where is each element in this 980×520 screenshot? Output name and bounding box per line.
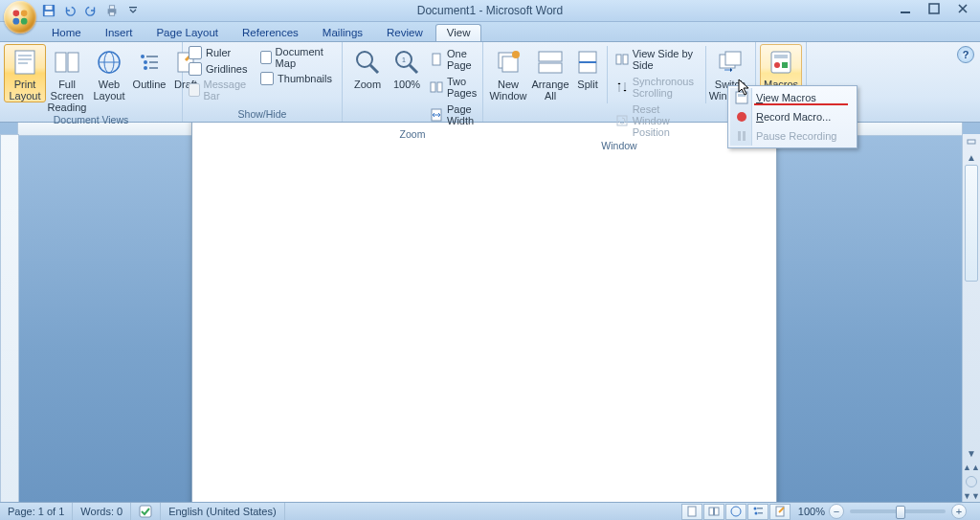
svg-point-67 <box>754 512 757 515</box>
group-zoom: Zoom 1 100% One Page Two Pages <box>343 42 483 122</box>
divider <box>607 46 608 103</box>
status-page[interactable]: Page: 1 of 1 <box>0 503 73 520</box>
print-layout-button[interactable]: Print Layout <box>4 44 46 102</box>
two-pages-button[interactable]: Two Pages <box>425 74 483 101</box>
qat-undo-button[interactable] <box>61 2 78 19</box>
tab-insert[interactable]: Insert <box>94 24 145 41</box>
arrange-all-button[interactable]: Arrange All <box>529 44 571 102</box>
gridlines-checkbox[interactable]: Gridlines <box>189 62 253 76</box>
previous-page-button[interactable]: ▲▲ <box>964 461 979 474</box>
tab-view[interactable]: View <box>435 24 482 41</box>
web-layout-icon <box>94 47 124 78</box>
full-screen-reading-icon <box>52 47 82 78</box>
qat-save-button[interactable] <box>40 2 57 19</box>
select-browse-object-button[interactable] <box>966 476 977 487</box>
tab-references[interactable]: References <box>231 24 310 41</box>
two-pages-icon <box>430 79 443 95</box>
window-title: Document1 - Microsoft Word <box>0 4 980 17</box>
document-map-label: Document Map <box>276 46 332 69</box>
svg-point-24 <box>144 60 147 64</box>
status-language[interactable]: English (United States) <box>161 503 285 520</box>
svg-rect-15 <box>18 58 32 60</box>
qat-customize-button[interactable] <box>124 2 142 19</box>
minimize-icon <box>900 3 911 14</box>
minimize-button[interactable] <box>892 0 919 17</box>
status-print-layout-button[interactable] <box>681 504 702 520</box>
status-zoom-percent[interactable]: 100% <box>794 503 829 520</box>
thumbnails-label: Thumbnails <box>278 73 332 84</box>
svg-rect-60 <box>140 506 151 517</box>
message-bar-label: Message Bar <box>204 79 254 102</box>
qat-redo-button[interactable] <box>82 2 100 19</box>
print-layout-icon <box>10 47 40 78</box>
proofing-icon <box>139 505 152 518</box>
svg-rect-45 <box>616 55 621 64</box>
group-document-views: Print Layout Full Screen Reading Web Lay… <box>0 42 183 122</box>
zoom-button[interactable]: Zoom <box>346 44 389 91</box>
page-width-button[interactable]: Page Width <box>425 102 483 128</box>
scroll-thumb[interactable] <box>965 165 978 282</box>
view-side-by-side-button[interactable]: View Side by Side <box>611 46 703 73</box>
full-screen-reading-label: Full Screen Reading <box>48 79 87 113</box>
zoom-out-button[interactable]: − <box>829 504 844 519</box>
zoom-slider[interactable] <box>850 509 946 513</box>
svg-rect-36 <box>437 82 442 92</box>
status-words[interactable]: Words: 0 <box>73 503 131 520</box>
split-button[interactable]: Split <box>571 44 604 91</box>
ribbon-help-button[interactable]: ? <box>957 46 974 63</box>
office-button[interactable] <box>4 1 36 34</box>
zoom-100-button[interactable]: 1 100% <box>389 44 425 91</box>
ruler-toggle-button[interactable] <box>964 134 979 149</box>
document-page[interactable] <box>191 121 777 520</box>
one-page-button[interactable]: One Page <box>425 46 483 73</box>
switch-windows-icon <box>715 47 746 78</box>
record-macro-menuitem[interactable]: Record Macro... <box>730 107 855 126</box>
tab-page-layout[interactable]: Page Layout <box>145 24 230 41</box>
next-page-button[interactable]: ▼▼ <box>964 489 979 503</box>
maximize-button[interactable] <box>921 0 947 17</box>
new-window-icon <box>493 47 523 78</box>
status-proofing[interactable] <box>131 503 161 520</box>
svg-rect-23 <box>146 56 158 57</box>
web-layout-button[interactable]: Web Layout <box>88 44 130 102</box>
thumbnails-checkbox[interactable]: Thumbnails <box>260 72 332 85</box>
svg-rect-14 <box>18 55 32 57</box>
ruler-checkbox[interactable]: Ruler <box>189 46 253 59</box>
scroll-down-button[interactable]: ▼ <box>964 445 979 461</box>
full-screen-reading-button[interactable]: Full Screen Reading <box>46 44 88 114</box>
status-full-screen-button[interactable] <box>703 504 724 520</box>
new-window-button[interactable]: New Window <box>487 44 529 102</box>
document-map-checkbox[interactable]: Document Map <box>260 46 332 69</box>
group-window: New Window Arrange All Split View Side b… <box>483 42 756 122</box>
vertical-scrollbar[interactable]: ▲ ▼ ▲▲ ▼▼ <box>962 134 980 503</box>
reset-window-position-icon <box>615 113 629 128</box>
split-icon <box>572 47 603 78</box>
view-macros-label: View Macros <box>756 92 816 103</box>
page-width-icon <box>430 107 443 123</box>
view-macros-menuitem[interactable]: View Macros <box>730 88 855 107</box>
svg-rect-66 <box>757 508 763 509</box>
tab-home[interactable]: Home <box>40 24 93 41</box>
macros-icon <box>766 47 796 78</box>
zoom-in-button[interactable]: + <box>951 504 967 519</box>
status-draft-button[interactable] <box>769 504 791 520</box>
svg-rect-62 <box>709 508 714 515</box>
tab-review[interactable]: Review <box>375 24 434 41</box>
reset-window-position-label: Reset Window Position <box>633 103 699 138</box>
scroll-up-button[interactable]: ▲ <box>964 149 979 165</box>
close-button[interactable] <box>949 0 976 17</box>
svg-point-52 <box>774 62 780 68</box>
zoom-slider-knob[interactable] <box>896 506 905 519</box>
qat-print-button[interactable] <box>103 2 121 19</box>
one-page-label: One Page <box>447 48 479 71</box>
group-label-show-hide: Show/Hide <box>187 108 338 122</box>
tab-mailings[interactable]: Mailings <box>311 24 374 41</box>
status-web-layout-button[interactable] <box>725 504 746 520</box>
outline-button[interactable]: Outline <box>130 44 168 91</box>
svg-point-64 <box>731 507 741 516</box>
status-outline-button[interactable] <box>747 504 768 520</box>
document-workspace: ▲ ▼ ▲▲ ▼▼ <box>0 121 980 503</box>
view-macros-icon <box>734 90 749 105</box>
scroll-track[interactable] <box>963 165 980 445</box>
vertical-ruler[interactable] <box>0 134 19 503</box>
